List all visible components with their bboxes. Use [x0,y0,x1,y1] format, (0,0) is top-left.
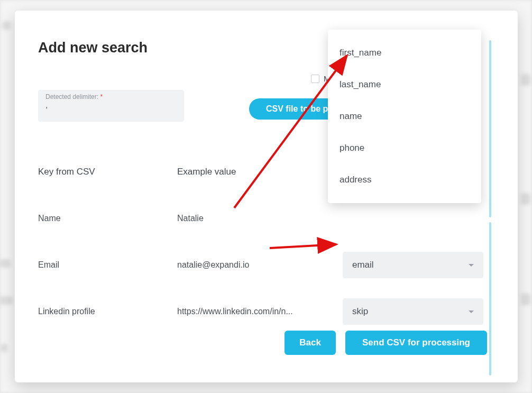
scroll-indicator [489,40,491,217]
scroll-indicator [489,222,491,376]
delimiter-value: , [45,100,177,110]
delimiter-label: Detected delimiter: * [45,93,177,100]
mapping-dropdown[interactable]: first_name last_name name phone address [328,30,481,203]
row-example: natalie@expandi.io [177,260,343,270]
dropdown-option-phone[interactable]: phone [328,132,481,164]
row-example: Natalie [177,214,343,223]
table-row: Email natalie@expandi.io email [38,242,503,288]
row-key: Email [38,260,177,270]
chevron-down-icon [469,264,474,267]
header-example: Example value [177,167,343,177]
mapping-select-linkedin[interactable]: skip [343,298,483,325]
dropdown-option-first-name[interactable]: first_name [328,37,481,69]
header-key: Key from CSV [38,167,177,177]
table-row: Linkedin profile https://www.linkedin.co… [38,288,503,335]
dropdown-option-address[interactable]: address [328,164,481,196]
chevron-down-icon [469,310,474,313]
row-key: Linkedin profile [38,307,177,316]
row-key: Name [38,214,177,223]
row-example: https://www.linkedin.com/in/n... [177,307,343,316]
checkbox[interactable] [311,75,319,83]
footer-buttons: Back Send CSV for processing [285,331,487,355]
dropdown-option-last-name[interactable]: last_name [328,69,481,100]
send-csv-button[interactable]: Send CSV for processing [345,331,487,355]
back-button[interactable]: Back [285,331,336,355]
select-value: email [352,260,374,270]
delimiter-input[interactable]: Detected delimiter: * , [38,90,184,122]
select-value: skip [352,306,368,317]
mapping-select-email[interactable]: email [343,252,483,278]
dropdown-option-name[interactable]: name [328,100,481,132]
